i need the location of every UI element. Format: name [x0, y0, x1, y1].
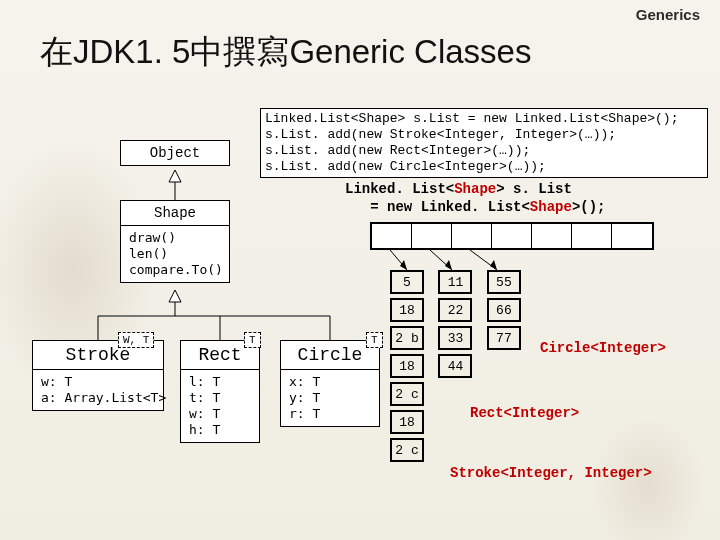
uml-shape-methods: draw() len() compare.To() [121, 226, 229, 282]
uml-stroke-param: W, T [118, 332, 154, 348]
slot-cell [532, 224, 572, 248]
uml-rect-members: l: T t: T w: T h: T [181, 370, 259, 442]
ld-part: = new Linked. List< [370, 199, 530, 215]
grid-cell: 22 [438, 298, 472, 322]
uml-circle-name: Circle [281, 341, 379, 369]
grid-cell: 55 [487, 270, 521, 294]
grid-col: 55 66 77 [487, 270, 521, 354]
label-circle-integer: Circle<Integer> [540, 340, 666, 356]
grid-cell: 11 [438, 270, 472, 294]
uml-circle-param: T [366, 332, 383, 348]
grid-col: 11 22 33 44 [438, 270, 472, 382]
uml-rect: Rect l: T t: T w: T h: T [180, 340, 260, 443]
data-grid: 5 18 2 b 18 2 c 18 2 c 11 22 33 44 55 66… [390, 270, 531, 466]
uml-stroke-members: w: T a: Array.List<T> [33, 370, 163, 410]
uml-rect-param: T [244, 332, 261, 348]
slot-cell [492, 224, 532, 248]
uml-shape-name: Shape [121, 201, 229, 225]
slot-cell [452, 224, 492, 248]
uml-stroke: Stroke w: T a: Array.List<T> [32, 340, 164, 411]
grid-cell: 2 b [390, 326, 424, 350]
grid-cell: 2 c [390, 438, 424, 462]
uml-circle-members: x: T y: T r: T [281, 370, 379, 426]
slot-cell [412, 224, 452, 248]
ld-generic: Shape [454, 181, 496, 197]
list-slots [370, 222, 654, 250]
slot-cell [372, 224, 412, 248]
grid-cell: 44 [438, 354, 472, 378]
uml-circle: Circle x: T y: T r: T [280, 340, 380, 427]
uml-shape: Shape draw() len() compare.To() [120, 200, 230, 283]
slide-title: 在JDK1. 5中撰寫Generic Classes [40, 30, 531, 75]
uml-object: Object [120, 140, 230, 166]
grid-cell: 66 [487, 298, 521, 322]
topic-label: Generics [636, 6, 700, 23]
grid-cell: 33 [438, 326, 472, 350]
grid-cell: 77 [487, 326, 521, 350]
linked-list-decl: Linked. List<Shape> s. List = new Linked… [345, 180, 605, 216]
ld-part: > s. List [496, 181, 572, 197]
code-sample: Linked.List<Shape> s.List = new Linked.L… [260, 108, 708, 178]
label-stroke-integer: Stroke<Integer, Integer> [450, 465, 652, 481]
grid-col: 5 18 2 b 18 2 c 18 2 c [390, 270, 424, 466]
ld-generic: Shape [530, 199, 572, 215]
slot-cell [612, 224, 652, 248]
grid-cell: 5 [390, 270, 424, 294]
slot-cell [572, 224, 612, 248]
uml-object-name: Object [121, 141, 229, 165]
grid-cell: 18 [390, 298, 424, 322]
grid-cell: 18 [390, 354, 424, 378]
grid-cell: 18 [390, 410, 424, 434]
grid-cell: 2 c [390, 382, 424, 406]
ld-part: Linked. List< [345, 181, 454, 197]
ld-part: >(); [572, 199, 606, 215]
label-rect-integer: Rect<Integer> [470, 405, 579, 421]
